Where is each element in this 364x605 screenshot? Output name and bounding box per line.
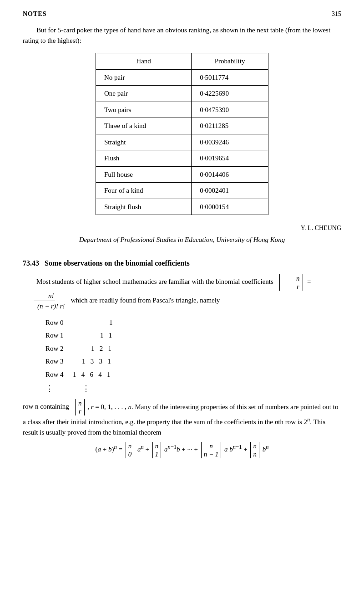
pascal-triangle: Row 0 1 Row 1 1 1 Row 2 1 2 1 Row 3 1 3 … bbox=[46, 316, 341, 397]
page-number: 315 bbox=[332, 9, 341, 19]
pascal-dots: ⋮ ⋮ bbox=[46, 381, 341, 396]
pascal-row-0: Row 0 1 bbox=[46, 316, 341, 329]
table-row-hand-5: Flush bbox=[96, 150, 192, 167]
binom-1: n 1 bbox=[152, 442, 162, 458]
binom-bottom: r bbox=[283, 282, 299, 291]
dots-right: ⋮ bbox=[73, 381, 341, 396]
affiliation-text: Department of Professional Studies in Ed… bbox=[79, 236, 285, 243]
binomial-theorem-formula: (a + b)n = n 0 an + n 1 an−1b + ··· + n … bbox=[23, 442, 341, 458]
table-row-hand-1: One pair bbox=[96, 86, 192, 102]
formula-numerator: n! bbox=[34, 291, 55, 302]
table-row-hand-8: Straight flush bbox=[96, 199, 192, 215]
table-row-hand-0: No pair bbox=[96, 69, 192, 86]
row3-label: Row 3 bbox=[46, 355, 73, 368]
continuation-paragraph: row n containing n r , r = 0, 1, . . . ,… bbox=[23, 399, 341, 437]
poker-hands-table: Hand Probability No pair0·5011774One pai… bbox=[96, 53, 268, 215]
row1-label: Row 1 bbox=[46, 329, 73, 342]
binom-n-bottom: r bbox=[79, 407, 81, 415]
table-wrapper: Hand Probability No pair0·5011774One pai… bbox=[23, 53, 341, 215]
table-row-prob-6: 0·0014406 bbox=[192, 166, 268, 183]
section-header: 73.43 Some observations on the binomial … bbox=[23, 258, 341, 269]
binom-top: n bbox=[283, 274, 300, 282]
col2-header: Probability bbox=[192, 53, 268, 70]
section-title: Some observations on the binomial coeffi… bbox=[45, 259, 190, 267]
table-row-prob-8: 0·0000154 bbox=[192, 199, 268, 215]
table-row-hand-7: Four of a kind bbox=[96, 183, 192, 199]
row2-label: Row 2 bbox=[46, 342, 73, 355]
table-row-prob-7: 0·0002401 bbox=[192, 183, 268, 199]
pascal-row-2: Row 2 1 2 1 bbox=[46, 342, 341, 355]
pascal-row-4: Row 4 1 4 6 4 1 bbox=[46, 368, 341, 381]
section-intro: Most students of higher school mathemati… bbox=[23, 274, 341, 312]
row4-values: 1 4 6 4 1 bbox=[73, 368, 341, 381]
binom-formula: n! (n − r)! r! bbox=[23, 291, 66, 312]
pascal-row-3: Row 3 1 3 3 1 bbox=[46, 355, 341, 368]
row-n-text: row n containing bbox=[23, 403, 69, 410]
notes-label: NOTES bbox=[23, 9, 46, 19]
table-row-prob-0: 0·5011774 bbox=[192, 69, 268, 86]
table-row-hand-2: Two pairs bbox=[96, 102, 192, 118]
col1-header: Hand bbox=[96, 53, 192, 70]
binom-coeff-inline: n r bbox=[279, 274, 303, 291]
row4-label: Row 4 bbox=[46, 368, 73, 381]
dots-left: ⋮ bbox=[46, 381, 73, 396]
row2-values: 1 2 1 bbox=[73, 342, 341, 355]
table-row-prob-5: 0·0019654 bbox=[192, 150, 268, 167]
affiliation: Department of Professional Studies in Ed… bbox=[23, 235, 341, 245]
row3-values: 1 3 3 1 bbox=[73, 355, 341, 368]
binom-n-1: n n − 1 bbox=[201, 442, 222, 458]
table-row-prob-4: 0·0039246 bbox=[192, 134, 268, 150]
table-row-hand-6: Full house bbox=[96, 166, 192, 183]
table-row-hand-4: Straight bbox=[96, 134, 192, 150]
binom-n-end: n n bbox=[250, 442, 259, 458]
binom-coeff-n: n r bbox=[75, 399, 85, 415]
section-number: 73.43 bbox=[23, 259, 39, 267]
row0-label: Row 0 bbox=[46, 316, 73, 329]
formula-continuation: which are readily found from Pascal's tr… bbox=[71, 297, 220, 304]
page-header: NOTES 315 bbox=[23, 9, 341, 19]
row0-values: 1 bbox=[73, 316, 341, 329]
binom-0: n 0 bbox=[126, 442, 135, 458]
table-row-prob-2: 0·0475390 bbox=[192, 102, 268, 118]
pascal-row-1: Row 1 1 1 bbox=[46, 329, 341, 342]
attribution: Y. L. CHEUNG bbox=[23, 223, 341, 233]
formula-denominator: (n − r)! r! bbox=[23, 301, 66, 312]
row-n-cont: , r = 0, 1, . . . , n. Many of the inter… bbox=[23, 403, 338, 436]
table-row-hand-3: Three of a kind bbox=[96, 118, 192, 134]
binom-n-top: n bbox=[78, 399, 82, 407]
row1-values: 1 1 bbox=[73, 329, 341, 342]
intro-sentence: Most students of higher school mathemati… bbox=[36, 278, 273, 285]
author-name: Y. L. CHEUNG bbox=[301, 225, 341, 231]
table-row-prob-3: 0·0211285 bbox=[192, 118, 268, 134]
intro-text: But for 5-card poker the types of hand h… bbox=[23, 25, 341, 46]
table-row-prob-1: 0·4225690 bbox=[192, 86, 268, 102]
